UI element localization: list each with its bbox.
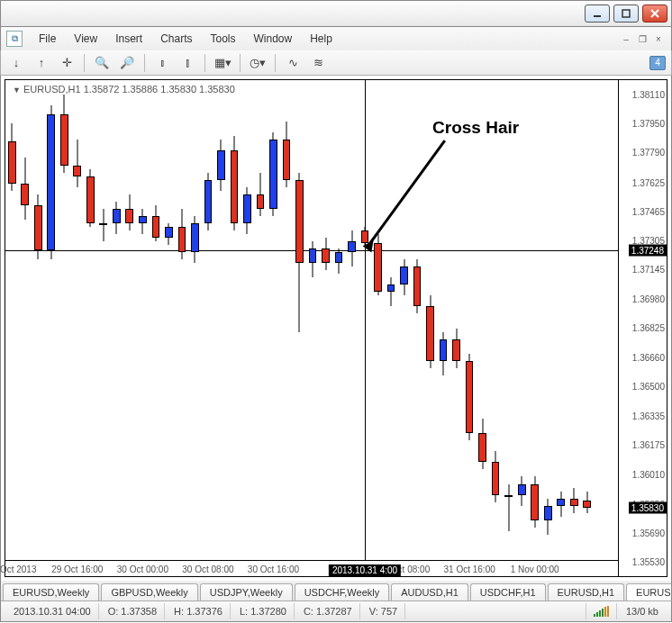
candle <box>125 80 133 562</box>
time-axis: 29 Oct 201329 Oct 16:0030 Oct 00:0030 Oc… <box>5 560 618 576</box>
template-icon[interactable]: ▦▾ <box>213 53 232 73</box>
chart-tab[interactable]: GBPUSD,Weekly <box>101 583 197 600</box>
candle <box>478 80 486 562</box>
candle <box>231 80 239 562</box>
price-tick: 1.37305 <box>632 235 665 245</box>
candle <box>400 80 408 562</box>
price-tick: 1.36825 <box>632 322 665 332</box>
chart-list-icon[interactable]: ≋ <box>308 53 328 73</box>
candle <box>86 80 95 562</box>
chart-ohlc-label: 1.35872 1.35886 1.35830 1.35830 <box>84 84 235 95</box>
candle <box>295 80 304 562</box>
menu-window[interactable]: Window <box>245 30 302 48</box>
candle <box>557 80 565 562</box>
candle <box>152 80 160 562</box>
time-tick: 29 Oct 16:00 <box>51 564 103 574</box>
time-tick: 29 Oct 2013 <box>0 564 36 574</box>
candle <box>47 80 55 562</box>
chart-tab[interactable]: AUDUSD,H1 <box>391 583 468 600</box>
status-close: C: 1.37287 <box>296 603 360 619</box>
menu-tools[interactable]: Tools <box>202 30 245 48</box>
crosshair-time-flag: 2013.10.31 4:00 <box>329 564 401 576</box>
price-tick: 1.37465 <box>632 206 665 216</box>
price-tick: 1.38110 <box>632 90 665 100</box>
menu-insert[interactable]: Insert <box>106 30 151 48</box>
price-tick: 1.37145 <box>632 265 665 275</box>
window-minimize-button[interactable] <box>585 5 610 23</box>
candle <box>178 80 186 562</box>
price-tick: 1.37790 <box>632 148 665 158</box>
toolbar-separator <box>275 54 276 72</box>
price-tick: 1.37950 <box>632 119 665 129</box>
window-close-button[interactable] <box>642 5 667 23</box>
chart-plot-area[interactable]: Cross Hair <box>5 80 618 560</box>
candle <box>191 80 199 562</box>
last-price-flag: 1.35830 <box>629 501 667 513</box>
candle <box>544 80 552 562</box>
mdi-restore-button[interactable]: ❐ <box>635 32 649 45</box>
notification-badge[interactable]: 4 <box>649 56 666 70</box>
candle <box>504 80 513 562</box>
toolbar-separator <box>84 54 85 72</box>
chart-tab[interactable]: EURUSD <box>626 583 672 600</box>
indicators-icon[interactable]: ∿ <box>283 53 303 73</box>
candle <box>492 80 500 562</box>
status-network: 13/0 kb <box>619 603 666 619</box>
price-tick: 1.36175 <box>632 440 665 450</box>
candle <box>204 80 213 562</box>
candle <box>413 80 422 562</box>
cursor-down-icon[interactable]: ↓ <box>6 53 26 73</box>
chart-frame: ▼ EURUSD,H1 1.35872 1.35886 1.35830 1.35… <box>5 79 667 577</box>
candle <box>387 80 395 562</box>
time-tick: 30 Oct 08:00 <box>182 564 233 574</box>
candle <box>466 80 474 562</box>
candle <box>348 80 356 562</box>
candle <box>426 80 434 562</box>
candle <box>440 80 448 562</box>
time-tick: 1 Nov 00:00 <box>511 564 559 574</box>
candle <box>21 80 29 562</box>
candle <box>531 80 539 562</box>
menu-charts[interactable]: Charts <box>151 30 201 48</box>
menu-view[interactable]: View <box>65 30 106 48</box>
bar-chart-icon[interactable]: ⫾ <box>152 53 172 73</box>
toolbar-separator <box>204 54 205 72</box>
timeframe-icon[interactable]: ◷▾ <box>248 53 268 73</box>
chart-tab[interactable]: EURUSD,H1 <box>548 583 625 600</box>
chart-symbol-label: EURUSD,H1 <box>23 84 81 95</box>
candle <box>165 80 173 562</box>
mdi-minimize-button[interactable]: – <box>619 32 633 45</box>
candle <box>34 80 42 562</box>
price-tick: 1.35530 <box>632 557 665 567</box>
window-titlebar <box>0 0 672 27</box>
candle <box>322 80 330 562</box>
crosshair-price-flag: 1.37248 <box>629 245 667 257</box>
candle <box>257 80 265 562</box>
mdi-controls: – ❐ × <box>619 32 666 45</box>
crosshair-tool-icon[interactable]: ✛ <box>57 53 77 73</box>
zoom-out-icon[interactable]: 🔎 <box>117 53 137 73</box>
candle <box>60 80 68 562</box>
mdi-close-button[interactable]: × <box>651 32 666 45</box>
chart-tab[interactable]: USDJPY,Weekly <box>200 583 293 600</box>
price-tick: 1.36335 <box>632 411 665 421</box>
menu-help[interactable]: Help <box>301 30 341 48</box>
candle <box>335 80 343 562</box>
candle <box>361 80 369 562</box>
price-tick: 1.35690 <box>632 528 665 537</box>
cursor-up-icon[interactable]: ↑ <box>32 53 51 73</box>
chart-tab[interactable]: EURUSD,Weekly <box>3 583 99 600</box>
toolbar-separator <box>144 54 145 72</box>
chart-tab[interactable]: USDCHF,Weekly <box>295 583 390 600</box>
price-tick: 1.36500 <box>632 381 665 391</box>
zoom-in-icon[interactable]: 🔍 <box>92 53 112 73</box>
candle <box>374 80 382 562</box>
chart-tab[interactable]: USDCHF,H1 <box>470 583 546 600</box>
menu-file[interactable]: File <box>30 30 65 48</box>
connection-indicator <box>586 603 617 619</box>
status-open: O: 1.37358 <box>101 603 165 619</box>
window-maximize-button[interactable] <box>613 5 639 23</box>
candle <box>570 80 578 562</box>
candle-chart-icon[interactable]: ⫿ <box>177 53 197 73</box>
price-axis: 1.381101.379501.377901.376251.374651.373… <box>618 80 667 576</box>
